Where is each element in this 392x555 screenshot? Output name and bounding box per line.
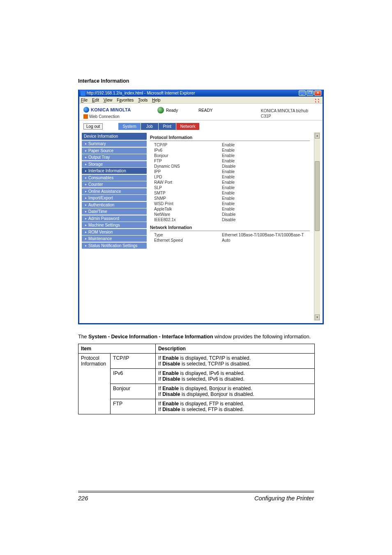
network-key: Type [154, 233, 222, 237]
protocol-key: NetWare [154, 212, 222, 217]
sidebar-header: Device Information [82, 133, 147, 140]
protocol-list: TCP/IPEnableIPv6EnableBonjourEnableFTPEn… [150, 142, 310, 222]
window-restore-button[interactable]: ❐ [307, 90, 314, 96]
logout-button[interactable]: Log out [83, 123, 103, 130]
protocol-key: RAW Port [154, 180, 222, 185]
protocol-value: Enable [222, 159, 235, 163]
network-list: TypeEthernet 10Base-T/100Base-TX/1000Bas… [150, 232, 310, 243]
tab-print[interactable]: Print [159, 123, 176, 130]
sidebar: Device Information Summary Paper Source … [79, 130, 149, 323]
sidebar-item-online-assistance[interactable]: Online Assistance [82, 188, 147, 194]
ready-text: READY [198, 108, 212, 113]
menu-favorites[interactable]: Favorites [117, 98, 134, 102]
brand-logo: KONICA MINOLTA [83, 107, 157, 113]
protocol-value: Enable [222, 143, 235, 147]
globe-icon [157, 107, 164, 113]
scrollbar[interactable]: ▴ ▾ [314, 132, 320, 321]
device-name-line1: KONICA MINOLTA bizhub [261, 108, 308, 113]
sidebar-item-date-time[interactable]: Date/Time [82, 208, 147, 215]
device-name-line2: C31P [261, 113, 308, 119]
protocol-value: Enable [222, 180, 235, 185]
protocol-row: SNMPEnable [150, 196, 310, 201]
protocol-key: WSD Print [154, 201, 222, 206]
window-close-button[interactable]: ✕ [314, 90, 321, 96]
protocol-row: IEEE802.1xDisable [150, 217, 310, 222]
tab-job[interactable]: Job [141, 123, 158, 130]
sidebar-item-storage[interactable]: Storage [82, 161, 147, 167]
tab-system[interactable]: System [118, 123, 140, 130]
sidebar-item-output-tray[interactable]: Output Tray [82, 154, 147, 160]
network-row: Ethernet SpeedAuto [150, 238, 310, 243]
protocol-value: Enable [222, 175, 235, 179]
network-row: TypeEthernet 10Base-T/100Base-TX/1000Bas… [150, 232, 310, 238]
protocol-key: Dynamic DNS [154, 164, 222, 169]
status-ready-label: Ready [166, 108, 178, 113]
menu-help[interactable]: Help [152, 98, 161, 102]
description-paragraph: The System - Device Information - Interf… [78, 333, 314, 340]
protocol-row: SLPEnable [150, 185, 310, 190]
scroll-up-button[interactable]: ▴ [315, 133, 320, 139]
network-value: Ethernet 10Base-T/100Base-TX/1000Base-T [222, 233, 304, 237]
row-sub-tcpip: TCP/IP [111, 353, 156, 368]
row-sub-bonjour: Bonjour [111, 384, 156, 399]
sidebar-item-maintenance[interactable]: Maintenance [82, 236, 147, 242]
protocol-key: SMTP [154, 191, 222, 195]
row-desc-ipv6: If Enable is displayed, IPv6 is enabled.… [156, 368, 315, 384]
protocol-row: WSD PrintEnable [150, 201, 310, 206]
scroll-thumb[interactable] [315, 161, 320, 231]
protocol-row: IPPEnable [150, 169, 310, 174]
protocol-row: LPDEnable [150, 174, 310, 180]
protocol-value: Enable [222, 148, 235, 153]
window-titlebar: http://192.168.1.2/a_index.html - Micros… [79, 90, 323, 97]
menu-tools[interactable]: Tools [138, 98, 148, 102]
sidebar-item-interface-information[interactable]: Interface Information [82, 168, 147, 174]
protocol-key: SNMP [154, 196, 222, 201]
sidebar-item-status-notification-settings[interactable]: Status Notification Settings [82, 243, 147, 249]
sidebar-item-paper-source[interactable]: Paper Source [82, 148, 147, 154]
protocol-value: Disable [222, 217, 235, 222]
sidebar-item-rom-version[interactable]: ROM Version [82, 229, 147, 235]
protocol-key: TCP/IP [154, 143, 222, 147]
protocol-value: Enable [222, 191, 235, 195]
row-sub-ipv6: IPv6 [111, 368, 156, 384]
sidebar-item-consumables[interactable]: Consumables [82, 175, 147, 181]
subbrand-text: Web Connection [89, 114, 120, 119]
sidebar-item-admin-password[interactable]: Admin Password [82, 215, 147, 222]
protocol-row: FTPEnable [150, 158, 310, 164]
menu-items[interactable]: File Edit View Favorites Tools Help [81, 98, 164, 102]
windows-flag-icon [315, 97, 321, 102]
protocol-key: SLP [154, 185, 222, 190]
protocol-row: AppleTalkEnable [150, 206, 310, 212]
protocol-value: Enable [222, 153, 235, 158]
menu-file[interactable]: File [81, 98, 88, 102]
sidebar-item-authentication[interactable]: Authentication [82, 202, 147, 208]
network-key: Ethernet Speed [154, 238, 222, 243]
scroll-down-button[interactable]: ▾ [315, 314, 320, 320]
row-group-protocol-information: Protocol Information [78, 353, 111, 414]
protocol-value: Enable [222, 201, 235, 206]
protocol-value: Enable [222, 207, 235, 211]
screenshot-browser: http://192.168.1.2/a_index.html - Micros… [78, 90, 324, 324]
desc-bold: System - Device Information - Interface … [88, 334, 213, 340]
row-desc-tcpip: If Enable is displayed, TCP/IP is enable… [156, 353, 315, 368]
window-minimize-button[interactable]: _ [299, 90, 306, 96]
page-number: 226 [78, 495, 88, 502]
protocol-value: Disable [222, 164, 235, 169]
menu-edit[interactable]: Edit [92, 98, 99, 102]
menu-view[interactable]: View [104, 98, 113, 102]
sidebar-item-summary[interactable]: Summary [82, 141, 147, 147]
protocol-value: Enable [222, 169, 235, 174]
protocol-row: RAW PortEnable [150, 180, 310, 185]
protocol-key: Bonjour [154, 153, 222, 158]
section-protocol-information: Protocol Information [150, 135, 310, 141]
row-desc-ftp: If Enable is displayed, FTP is enabled. … [156, 399, 315, 414]
protocol-key: LPD [154, 175, 222, 179]
desc-pre: The [78, 334, 88, 340]
row-desc-bonjour: If Enable is displayed, Bonjour is enabl… [156, 384, 315, 399]
sidebar-item-machine-settings[interactable]: Machine Settings [82, 222, 147, 228]
sidebar-item-import-export[interactable]: Import/Export [82, 195, 147, 201]
sidebar-item-counter[interactable]: Counter [82, 181, 147, 187]
protocol-key: IPv6 [154, 148, 222, 153]
network-value: Auto [222, 238, 231, 243]
tab-network[interactable]: Network [176, 123, 200, 130]
